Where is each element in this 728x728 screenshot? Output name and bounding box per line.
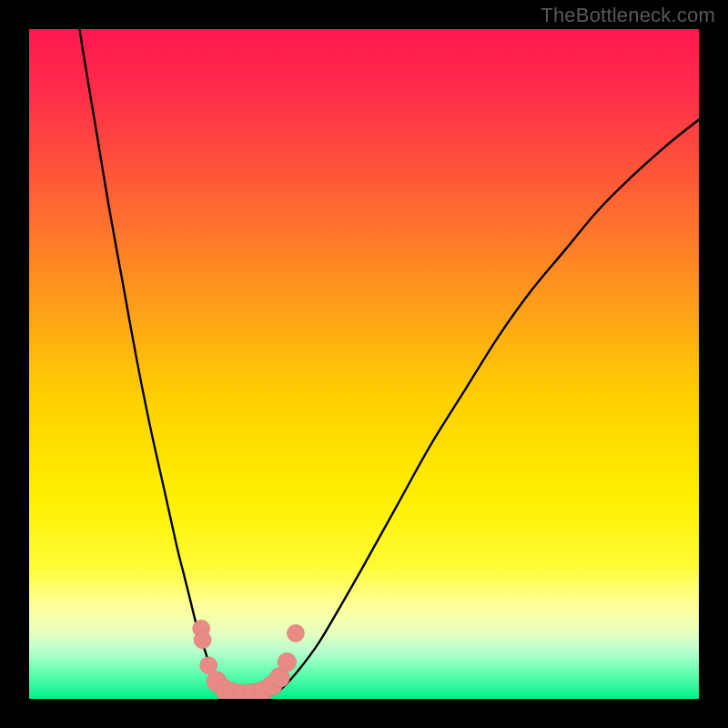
bottleneck-curve: [69, 29, 699, 698]
outer-frame: TheBottleneck.com: [0, 0, 728, 728]
marker-dot: [194, 632, 211, 649]
attribution-text: TheBottleneck.com: [541, 4, 715, 27]
marker-dot: [287, 624, 304, 642]
bottleneck-curves: [29, 29, 699, 699]
plot-area: [29, 29, 699, 699]
marker-cluster: [193, 620, 305, 699]
marker-dot: [278, 652, 297, 672]
